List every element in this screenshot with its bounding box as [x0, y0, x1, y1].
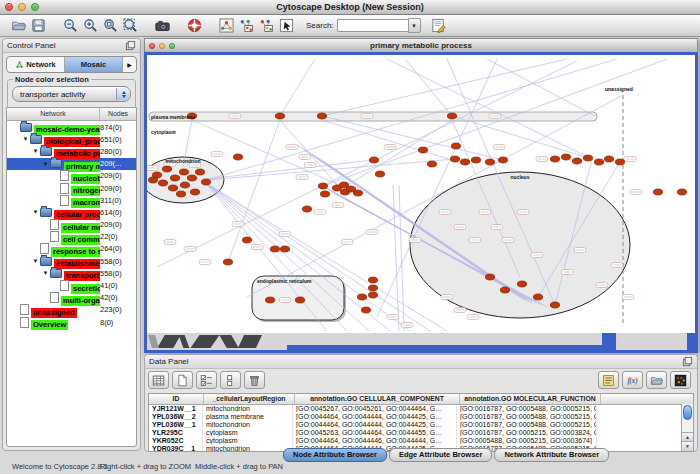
network-node[interactable]	[242, 237, 251, 243]
table-column-header[interactable]: _cellularLayoutRegion	[204, 394, 295, 404]
network-node[interactable]	[168, 185, 177, 191]
network-node[interactable]	[451, 143, 460, 149]
network-node[interactable]	[572, 158, 581, 164]
network-node[interactable]	[223, 259, 232, 265]
table-cell[interactable]: YKR052C	[149, 437, 203, 444]
select-attributes-icon[interactable]	[196, 371, 217, 389]
network-node[interactable]	[427, 161, 436, 167]
zoom-out-icon[interactable]	[60, 17, 80, 35]
table-cell[interactable]: [GO:0045263, GO:0044464, GO:0044455, G..…	[293, 429, 457, 436]
network-node[interactable]	[550, 156, 559, 162]
network-node[interactable]	[500, 287, 509, 293]
attribute-editor-icon[interactable]	[429, 17, 449, 35]
network-node[interactable]	[195, 169, 204, 175]
network-node[interactable]	[418, 147, 427, 153]
table-cell[interactable]: [GO:0044464, GO:0044444, GO:0044425, G..…	[293, 413, 457, 420]
layout-group-icon[interactable]	[256, 17, 276, 35]
table-cell[interactable]: cytoplasm	[203, 429, 293, 436]
table-row[interactable]: YLR295Ccytoplasm[GO:0045263, GO:0044464,…	[149, 429, 693, 437]
network-node[interactable]	[302, 206, 311, 212]
matrix-icon[interactable]	[670, 371, 691, 389]
zoom-fit-icon[interactable]	[100, 17, 120, 35]
network-node[interactable]	[550, 302, 559, 308]
network-node[interactable]	[320, 191, 329, 197]
network-node[interactable]	[368, 285, 377, 291]
scroll-down-button[interactable]: ▼	[682, 441, 693, 451]
network-node[interactable]	[190, 189, 199, 195]
network-node[interactable]	[653, 189, 662, 195]
table-row[interactable]: YKR052Ccytoplasm[GO:0044464, GO:0044446,…	[149, 437, 693, 445]
expand-arrow-icon[interactable]: ▼	[41, 161, 50, 167]
network-node[interactable]	[594, 159, 603, 165]
network-node[interactable]	[368, 277, 377, 283]
table-cell[interactable]: mitochondrion	[203, 421, 293, 428]
help-icon[interactable]	[184, 17, 204, 35]
table-row[interactable]: YPL036W__2plasma membrane[GO:0044464, GO…	[149, 413, 693, 421]
network-node[interactable]	[583, 155, 592, 161]
search-dropdown-button[interactable]: ▼	[408, 18, 421, 33]
network-node[interactable]	[471, 157, 480, 163]
expand-arrow-icon[interactable]: ▼	[31, 148, 40, 154]
tab-network[interactable]: Network	[7, 57, 65, 72]
table-cell[interactable]: cytoplasm	[203, 437, 293, 444]
table-cell[interactable]: plasma membrane	[203, 413, 293, 420]
network-node[interactable]	[270, 246, 279, 252]
table-row[interactable]: YJR121W__1mitochondrion[GO:0045267, GO:0…	[149, 405, 693, 413]
zoom-in-icon[interactable]	[80, 17, 100, 35]
table-row[interactable]: YPL036W__1mitochondrion[GO:0044464, GO:0…	[149, 421, 693, 429]
network-node[interactable]	[450, 156, 459, 162]
network-node[interactable]	[353, 190, 362, 196]
network-window-titlebar[interactable]: primary metabolic process	[144, 38, 698, 52]
network-node[interactable]	[162, 166, 171, 172]
table-cell[interactable]: [GO:0016787, GO:0005215, GO:0003824, G..…	[457, 429, 597, 436]
new-attribute-icon[interactable]	[172, 371, 193, 389]
scrollbar-thumb[interactable]	[683, 405, 692, 420]
expand-arrow-icon[interactable]: ▼	[31, 209, 40, 215]
network-node[interactable]	[170, 175, 179, 181]
function-builder-icon[interactable]: f(x)	[622, 371, 643, 389]
network-node[interactable]	[604, 156, 613, 162]
import-table-icon[interactable]	[646, 371, 667, 389]
table-cell[interactable]: YLR295C	[149, 429, 203, 436]
save-icon[interactable]	[28, 17, 48, 35]
node-color-dropdown[interactable]: transporter activity	[12, 86, 131, 102]
table-cell[interactable]: [GO:0016787, GO:0005488, GO:0005215, G..…	[457, 405, 597, 412]
table-cell[interactable]: YPL036W__1	[149, 421, 203, 428]
table-cell[interactable]: mitochondrion	[203, 445, 293, 452]
network-node[interactable]	[357, 294, 366, 300]
network-node[interactable]	[498, 157, 507, 163]
unselect-attributes-icon[interactable]	[220, 371, 241, 389]
expand-arrow-icon[interactable]: ▼	[31, 258, 40, 264]
float-panel-icon[interactable]	[682, 356, 693, 367]
network-node[interactable]	[615, 159, 624, 165]
table-cell[interactable]: [GO:0044464, GO:0044446, GO:0044444, G..…	[293, 437, 457, 444]
delete-attribute-icon[interactable]	[244, 371, 265, 389]
table-cell[interactable]: YPL036W__2	[149, 413, 203, 420]
network-node[interactable]	[485, 159, 494, 165]
network-node[interactable]	[295, 297, 304, 303]
layout-region-icon[interactable]	[236, 17, 256, 35]
table-cell[interactable]: [GO:0045267, GO:0045261, GO:0044464, G..…	[293, 405, 457, 412]
network-node[interactable]	[361, 307, 370, 313]
network-node[interactable]	[265, 297, 274, 303]
float-panel-icon[interactable]	[125, 40, 136, 51]
search-input[interactable]	[337, 19, 408, 32]
network-node[interactable]	[460, 159, 469, 165]
open-icon[interactable]	[8, 17, 28, 35]
network-node[interactable]	[677, 189, 686, 195]
network-node[interactable]	[561, 154, 570, 160]
table-column-header[interactable]: annotation.GO MOLECULAR_FUNCTION	[460, 394, 601, 404]
tab-mosaic[interactable]: Mosaic	[65, 57, 123, 72]
tree-row[interactable]: Overview8(0)	[7, 316, 136, 328]
table-cell[interactable]: [GO:0044464, GO:0044444, GO:0044425, G..…	[293, 421, 457, 428]
network-node[interactable]	[280, 246, 289, 252]
network-node[interactable]	[180, 182, 189, 188]
tab-overflow-arrow-icon[interactable]: ▶	[123, 57, 136, 72]
expand-arrow-icon[interactable]: ▼	[41, 270, 50, 276]
network-node[interactable]	[317, 113, 326, 119]
network-node[interactable]	[179, 169, 188, 175]
network-node[interactable]	[176, 191, 185, 197]
table-column-header[interactable]: annotation.GO CELLULAR_COMPONENT	[295, 394, 460, 404]
table-cell[interactable]: [GO:0016787, GO:0005488, GO:0005215, G..…	[457, 413, 597, 420]
network-overview-icon[interactable]	[216, 17, 236, 35]
